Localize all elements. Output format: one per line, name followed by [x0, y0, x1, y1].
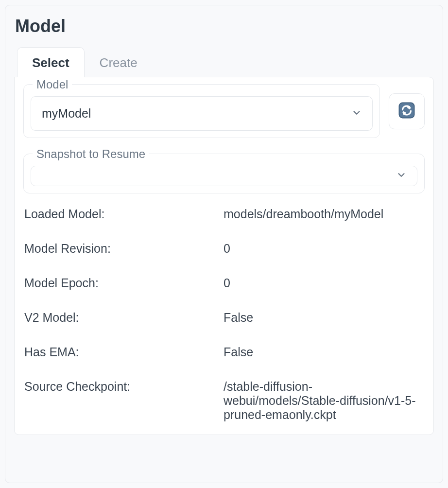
model-epoch-label: Model Epoch: [24, 276, 224, 290]
tab-create[interactable]: Create [85, 47, 153, 77]
model-revision-value: 0 [224, 242, 425, 256]
loaded-model-value: models/dreambooth/myModel [224, 207, 425, 221]
tab-content-select: Model myModel [14, 77, 434, 435]
model-field-label: Model [33, 78, 72, 91]
snapshot-select-wrap [31, 166, 417, 186]
source-checkpoint-label: Source Checkpoint: [24, 380, 224, 422]
refresh-icon [398, 102, 415, 120]
has-ema-value: False [224, 345, 425, 359]
tab-select[interactable]: Select [17, 47, 85, 77]
snapshot-fieldset: Snapshot to Resume [23, 154, 425, 193]
page-title: Model [15, 16, 434, 36]
svg-rect-0 [399, 103, 414, 118]
loaded-model-label: Loaded Model: [24, 207, 224, 221]
model-panel: Model Select Create Model myModel [5, 5, 443, 483]
snapshot-select[interactable] [31, 166, 417, 186]
v2-model-value: False [224, 311, 425, 325]
model-select-wrap: myModel [31, 96, 373, 131]
has-ema-label: Has EMA: [24, 345, 224, 359]
model-fieldset: Model myModel [23, 84, 380, 138]
snapshot-field-label: Snapshot to Resume [33, 147, 149, 161]
info-grid: Loaded Model: models/dreambooth/myModel … [23, 207, 425, 422]
refresh-button[interactable] [389, 93, 425, 129]
tabs: Select Create [14, 47, 434, 77]
model-revision-label: Model Revision: [24, 242, 224, 256]
v2-model-label: V2 Model: [24, 311, 224, 325]
model-select[interactable]: myModel [31, 96, 373, 131]
source-checkpoint-value: /stable-diffusion-webui/models/Stable-di… [224, 380, 425, 422]
model-epoch-value: 0 [224, 276, 425, 290]
model-row: Model myModel [23, 84, 425, 138]
